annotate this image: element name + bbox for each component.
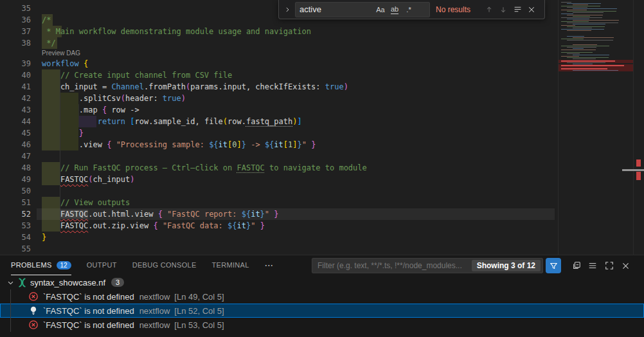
collapse-all-button[interactable] [569, 259, 584, 273]
code-line[interactable]: 47 [0, 150, 644, 162]
close-panel-button[interactable] [618, 259, 632, 273]
filter-funnel-icon[interactable] [546, 258, 561, 273]
line-content: .splitCsv(header: true) [42, 93, 186, 104]
ruler-cursor-mark [622, 169, 644, 171]
find-widget: Aa ab .* No results [278, 0, 545, 19]
line-content: FASTQC.out.zip.view { "FastQC data: ${it… [42, 220, 265, 232]
next-match-button[interactable] [496, 3, 510, 17]
ruler-error-mark [636, 159, 641, 167]
tab-output[interactable]: OUTPUT [87, 255, 117, 275]
minimap-line [561, 17, 602, 18]
line-number: 55 [0, 243, 31, 255]
line-content: ch_input = Channel.fromPath(params.input… [42, 81, 348, 93]
minimap-line [573, 5, 588, 5]
minimap-line [561, 52, 593, 53]
problem-source: nextflow [139, 306, 170, 316]
minimap-line [573, 44, 597, 45]
find-input[interactable] [300, 5, 373, 14]
problems-list: `FASTQC` is not definednextflow[Ln 49, C… [0, 289, 644, 332]
code-line[interactable]: 41 ch_input = Channel.fromPath(params.in… [0, 81, 644, 93]
line-content: return [row.sample_id, file(row.fastq_pa… [42, 116, 302, 127]
problem-position: [Ln 52, Col 5] [174, 306, 224, 316]
code-line[interactable]: 51 // View outputs [0, 197, 644, 208]
regex-icon[interactable]: .* [402, 3, 416, 16]
code-line[interactable]: 44 return [row.sample_id, file(row.fastq… [0, 116, 644, 127]
minimap-line [561, 6, 600, 6]
tab-problems[interactable]: PROBLEMS12 [11, 255, 71, 275]
problem-row[interactable]: `FASTQC` is not definednextflow[Ln 53, C… [0, 318, 644, 332]
minimap-line [567, 62, 605, 63]
line-number: 53 [0, 220, 31, 232]
find-toggle-chevron-icon[interactable] [282, 3, 292, 17]
whole-word-icon[interactable]: ab [388, 3, 402, 16]
minimap-line [573, 70, 618, 71]
tab-more-actions[interactable]: ⋯ [265, 255, 274, 275]
previous-match-button[interactable] [482, 3, 496, 17]
error-icon [28, 320, 39, 330]
code-line[interactable]: 43 .map { row -> [0, 104, 644, 116]
line-number: 52 [0, 208, 31, 220]
problems-file-row[interactable]: syntax_showcase.nf 3 [0, 275, 644, 289]
minimap-line [573, 48, 584, 49]
minimap-line [567, 15, 603, 15]
line-content: // Run FastQC process – Ctrl–click on FA… [42, 162, 367, 174]
view-as-table-button[interactable] [586, 259, 600, 273]
code-line[interactable]: 42 .splitCsv(header: true) [0, 93, 644, 104]
line-number: 50 [0, 185, 31, 197]
minimap-line [567, 19, 589, 19]
line-number: 45 [0, 127, 31, 139]
problem-row[interactable]: `FASTQC` is not definednextflow[Ln 49, C… [0, 289, 644, 304]
line-content: * Main workflow demonstrating module usa… [42, 26, 311, 37]
minimap-line [561, 39, 584, 39]
code-line[interactable]: 38 */ [0, 37, 644, 49]
minimap-line [561, 46, 609, 46]
problem-position: [Ln 53, Col 5] [174, 320, 224, 330]
tab-terminal[interactable]: TERMINAL [212, 255, 249, 275]
line-number: 54 [0, 232, 31, 243]
minimap-line [567, 11, 616, 12]
find-in-selection-icon[interactable] [510, 3, 524, 17]
line-number: 41 [0, 81, 31, 93]
code-line[interactable]: 39workflow { [0, 58, 644, 69]
problem-row[interactable]: `FASTQC` is not definednextflow[Ln 52, C… [0, 304, 644, 318]
code-line[interactable]: 54} [0, 232, 644, 243]
lightbulb-icon [28, 305, 39, 316]
code-line[interactable]: 45 } [0, 127, 644, 139]
codelens-preview-dag[interactable]: Preview DAG [0, 49, 644, 58]
tab-debug-console[interactable]: DEBUG CONSOLE [132, 255, 197, 275]
line-content: } [42, 127, 84, 139]
code-line[interactable]: 46 .view { "Processing sample: ${it[0]} … [0, 139, 644, 150]
line-content: */ [42, 37, 56, 49]
minimap-line [573, 64, 593, 64]
match-case-icon[interactable]: Aa [373, 3, 388, 16]
maximize-panel-button[interactable] [602, 259, 616, 273]
minimap-line [567, 30, 591, 31]
code-line[interactable]: 53 FASTQC.out.zip.view { "FastQC data: $… [0, 220, 644, 232]
line-content: } [42, 232, 46, 243]
chevron-down-icon[interactable] [5, 277, 15, 287]
minimap-line [561, 29, 604, 30]
code-line[interactable]: 48 // Run FastQC process – Ctrl–click on… [0, 162, 644, 174]
minimap-line [573, 20, 619, 21]
line-number: 36 [0, 14, 31, 26]
code-editor[interactable]: 3536/*37 * Main workflow demonstrating m… [0, 0, 644, 255]
code-line[interactable]: 52 FASTQC.out.html.view { "FastQC report… [0, 208, 644, 220]
line-content: // Create input channel from CSV file [42, 69, 232, 81]
code-line[interactable]: 55 [0, 243, 644, 255]
code-line[interactable]: 37 * Main workflow demonstrating module … [0, 26, 644, 37]
minimap-line [561, 14, 573, 14]
overview-ruler[interactable] [633, 0, 644, 255]
minimap-line [567, 53, 580, 54]
minimap-line [573, 8, 617, 9]
find-input-box: Aa ab .* [295, 2, 430, 17]
close-find-button[interactable] [524, 3, 539, 17]
file-problem-count-badge: 3 [111, 278, 124, 287]
code-line[interactable]: 49 FASTQC(ch_input) [0, 174, 644, 185]
line-content: .view { "Processing sample: ${it[0]} -> … [42, 139, 316, 150]
code-line[interactable]: 40 // Create input channel from CSV file [0, 69, 644, 81]
problems-filter-input[interactable] [312, 261, 472, 270]
code-line[interactable]: 50 [0, 185, 644, 197]
code-lines: 3536/*37 * Main workflow demonstrating m… [0, 0, 644, 255]
minimap[interactable] [558, 0, 633, 255]
line-number: 47 [0, 150, 31, 162]
